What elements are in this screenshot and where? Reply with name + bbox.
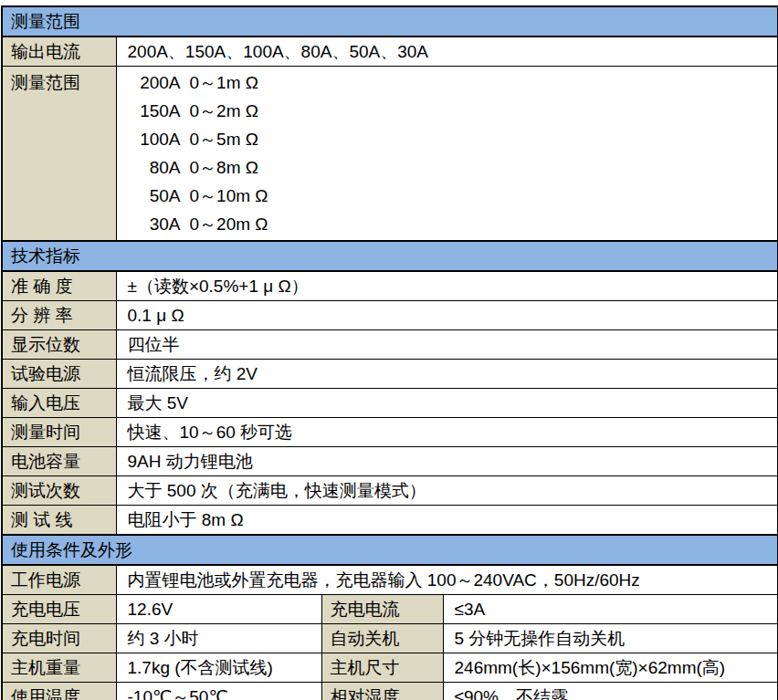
- range-value: 0～1m Ω: [190, 73, 258, 92]
- range-value: 0～10m Ω: [190, 186, 268, 205]
- range-line: 30A0～20m Ω: [128, 210, 773, 238]
- label-measure-time: 测量时间: [2, 418, 116, 447]
- row-charge-voltage-current: 充电电压 12.6V 充电电流 ≤3A: [2, 595, 778, 624]
- label-unit-weight: 主机重量: [2, 653, 116, 683]
- row-temp-humidity: 使用温度 -10℃～50℃ 相对湿度 ≤90%，不结露: [2, 683, 778, 700]
- section-header-measure-range: 测量范围: [2, 6, 778, 37]
- range-value: 0～8m Ω: [190, 158, 258, 177]
- label-test-count: 测试次数: [2, 476, 116, 506]
- section-row-measure-range: 测量范围: [2, 6, 778, 37]
- range-current: 50A: [128, 182, 181, 210]
- range-current: 100A: [128, 125, 181, 153]
- range-line: 100A0～5m Ω: [128, 125, 773, 153]
- label-auto-shutdown: 自动关机: [321, 624, 443, 653]
- value-test-leads: 电阻小于 8m Ω: [116, 506, 778, 536]
- row-test-count: 测试次数 大于 500 次（充满电，快速测量模式）: [2, 476, 778, 506]
- label-measure-range: 测量范围: [2, 67, 116, 242]
- spec-table: 测量范围 输出电流 200A、150A、100A、80A、50A、30A 测量范…: [1, 5, 778, 700]
- label-test-power: 试验电源: [2, 360, 116, 389]
- value-auto-shutdown: 5 分钟无操作自动关机: [443, 624, 778, 653]
- value-working-power: 内置锂电池或外置充电器，充电器输入 100～240VAC，50Hz/60Hz: [116, 565, 778, 595]
- range-value: 0～5m Ω: [190, 130, 258, 149]
- value-measure-time: 快速、10～60 秒可选: [116, 418, 778, 447]
- label-charge-current: 充电电流: [321, 595, 443, 624]
- label-charge-time: 充电时间: [2, 624, 116, 653]
- value-relative-humidity: ≤90%，不结露: [443, 683, 778, 700]
- section-header-tech-specs: 技术指标: [2, 241, 778, 271]
- range-line: 50A0～10m Ω: [128, 182, 773, 210]
- row-resolution: 分 辨 率 0.1 μ Ω: [2, 301, 778, 330]
- row-display-digits: 显示位数 四位半: [2, 330, 778, 360]
- label-accuracy: 准 确 度: [2, 271, 116, 301]
- row-weight-size: 主机重量 1.7kg (不含测试线) 主机尺寸 246mm(长)×156mm(宽…: [2, 653, 778, 683]
- range-current: 80A: [128, 153, 181, 182]
- section-header-usage-conditions: 使用条件及外形: [2, 535, 778, 565]
- row-test-leads: 测 试 线 电阻小于 8m Ω: [2, 506, 778, 536]
- value-operating-temp: -10℃～50℃: [116, 683, 321, 700]
- label-charge-voltage: 充电电压: [2, 595, 116, 624]
- value-input-voltage: 最大 5V: [116, 389, 778, 418]
- row-working-power: 工作电源 内置锂电池或外置充电器，充电器输入 100～240VAC，50Hz/6…: [2, 565, 778, 595]
- range-line: 200A0～1m Ω: [128, 68, 773, 97]
- value-accuracy: ±（读数×0.5%+1 μ Ω）: [116, 271, 778, 301]
- value-charge-current: ≤3A: [443, 595, 778, 624]
- label-working-power: 工作电源: [2, 565, 116, 595]
- range-current: 150A: [128, 97, 181, 125]
- value-unit-weight: 1.7kg (不含测试线): [116, 653, 321, 683]
- range-line: 150A0～2m Ω: [128, 97, 773, 125]
- label-test-leads: 测 试 线: [2, 506, 116, 536]
- label-battery-capacity: 电池容量: [2, 447, 116, 476]
- value-resolution: 0.1 μ Ω: [116, 301, 778, 330]
- label-operating-temp: 使用温度: [2, 683, 116, 700]
- value-measure-range: 200A0～1m Ω 150A0～2m Ω 100A0～5m Ω 80A0～8m…: [116, 67, 778, 242]
- row-charge-time-autooff: 充电时间 约 3 小时 自动关机 5 分钟无操作自动关机: [2, 624, 778, 653]
- value-test-power: 恒流限压，约 2V: [116, 360, 778, 389]
- value-unit-size: 246mm(长)×156mm(宽)×62mm(高): [443, 653, 778, 683]
- label-input-voltage: 输入电压: [2, 389, 116, 418]
- label-output-current: 输出电流: [2, 37, 116, 67]
- row-battery-capacity: 电池容量 9AH 动力锂电池: [2, 447, 778, 476]
- range-current: 30A: [128, 210, 181, 238]
- range-current: 200A: [128, 68, 181, 97]
- section-row-tech-specs: 技术指标: [2, 241, 778, 271]
- label-resolution: 分 辨 率: [2, 301, 116, 330]
- range-value: 0～2m Ω: [190, 101, 258, 120]
- row-test-power: 试验电源 恒流限压，约 2V: [2, 360, 778, 389]
- label-relative-humidity: 相对湿度: [321, 683, 443, 700]
- label-unit-size: 主机尺寸: [321, 653, 443, 683]
- row-measure-time: 测量时间 快速、10～60 秒可选: [2, 418, 778, 447]
- row-accuracy: 准 确 度 ±（读数×0.5%+1 μ Ω）: [2, 271, 778, 301]
- range-line: 80A0～8m Ω: [128, 153, 773, 182]
- row-input-voltage: 输入电压 最大 5V: [2, 389, 778, 418]
- label-display-digits: 显示位数: [2, 330, 116, 360]
- row-output-current: 输出电流 200A、150A、100A、80A、50A、30A: [2, 37, 778, 67]
- range-value: 0～20m Ω: [190, 214, 268, 234]
- row-measure-range-detail: 测量范围 200A0～1m Ω 150A0～2m Ω 100A0～5m Ω 80…: [2, 67, 778, 242]
- value-output-current: 200A、150A、100A、80A、50A、30A: [116, 37, 778, 67]
- section-row-usage-conditions: 使用条件及外形: [2, 535, 778, 565]
- value-charge-voltage: 12.6V: [116, 595, 321, 624]
- value-charge-time: 约 3 小时: [116, 624, 321, 653]
- value-display-digits: 四位半: [116, 330, 778, 360]
- value-battery-capacity: 9AH 动力锂电池: [116, 447, 778, 476]
- value-test-count: 大于 500 次（充满电，快速测量模式）: [116, 476, 778, 506]
